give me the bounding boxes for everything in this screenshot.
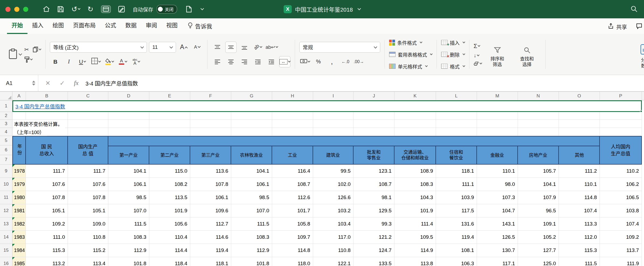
- value-cell[interactable]: 114.8: [559, 191, 600, 204]
- value-cell[interactable]: 116.4: [272, 165, 313, 178]
- empty-cell[interactable]: [518, 120, 559, 128]
- row-header-13[interactable]: 13: [0, 217, 12, 231]
- value-cell[interactable]: 126.5: [477, 231, 518, 244]
- row-header-4[interactable]: 4: [0, 128, 12, 136]
- value-cell[interactable]: 103.9: [436, 191, 477, 204]
- align-bottom-button[interactable]: [239, 42, 250, 53]
- value-cell[interactable]: 102.0: [313, 178, 354, 191]
- value-cell[interactable]: 107.8: [190, 178, 231, 191]
- ribbon-tab-页面布局[interactable]: 页面布局: [68, 21, 100, 34]
- value-cell[interactable]: 105.7: [518, 165, 559, 178]
- home-icon[interactable]: [43, 6, 50, 12]
- value-cell[interactable]: 107.0: [231, 204, 272, 217]
- value-cell[interactable]: 96.5: [518, 204, 559, 217]
- bold-button[interactable]: B: [50, 56, 61, 67]
- close-window-button[interactable]: [5, 7, 11, 12]
- comma-format-button[interactable]: ,: [326, 56, 338, 67]
- toolbar-more-chevron-icon[interactable]: [200, 7, 204, 10]
- value-cell[interactable]: 106.1: [190, 191, 231, 204]
- value-cell[interactable]: 107.6: [68, 178, 108, 191]
- align-center-button[interactable]: [225, 56, 237, 67]
- value-cell[interactable]: 111.7: [26, 165, 68, 178]
- cut-button[interactable]: ✂: [24, 46, 29, 53]
- empty-cell[interactable]: [354, 120, 394, 128]
- value-cell[interactable]: 115.3: [559, 244, 600, 257]
- find-select-button[interactable]: 查找和 选择: [513, 36, 541, 73]
- merge-center-button[interactable]: ↔: [279, 56, 290, 67]
- align-top-button[interactable]: [212, 42, 223, 53]
- value-cell[interactable]: 99.5: [313, 165, 354, 178]
- value-cell[interactable]: 110.1: [477, 165, 518, 178]
- row-header-14[interactable]: 14: [0, 231, 12, 244]
- empty-cell[interactable]: [68, 120, 108, 128]
- empty-cell[interactable]: [190, 112, 231, 120]
- value-cell[interactable]: 108.3: [231, 231, 272, 244]
- percent-format-button[interactable]: %: [313, 56, 324, 67]
- cell-styles-button[interactable]: 单元格样式: [389, 61, 432, 72]
- value-cell[interactable]: 111.0: [26, 231, 68, 244]
- empty-cell[interactable]: [436, 128, 477, 136]
- header-industry-label[interactable]: 第三产业: [190, 146, 231, 164]
- value-cell[interactable]: 101.9: [149, 204, 190, 217]
- value-cell[interactable]: 108.3: [108, 231, 149, 244]
- value-cell[interactable]: 122.1: [313, 257, 354, 266]
- value-cell[interactable]: 111.1: [436, 178, 477, 191]
- value-cell[interactable]: 117.5: [436, 204, 477, 217]
- value-cell[interactable]: 114.9: [394, 244, 436, 257]
- insert-cells-button[interactable]: + 插入: [441, 37, 465, 48]
- value-cell[interactable]: 112.9: [108, 244, 149, 257]
- empty-cell[interactable]: [559, 120, 600, 128]
- cancel-icon[interactable]: ✕: [45, 80, 50, 87]
- empty-cell[interactable]: [272, 120, 313, 128]
- font-size-select[interactable]: 11: [149, 42, 176, 53]
- row-header-3[interactable]: 3: [0, 120, 12, 128]
- sheet-title-link[interactable]: 3-4 国内生产总值指数: [15, 103, 65, 110]
- column-header-J[interactable]: J: [354, 92, 394, 100]
- empty-cell[interactable]: [600, 128, 642, 136]
- ribbon-tab-开始[interactable]: 开始: [7, 21, 27, 34]
- value-cell[interactable]: 107.8: [68, 191, 108, 204]
- value-cell[interactable]: 107.9: [518, 191, 559, 204]
- value-cell[interactable]: 121.2: [354, 231, 394, 244]
- value-cell[interactable]: 101.8: [108, 257, 149, 266]
- value-cell[interactable]: 98.5: [231, 191, 272, 204]
- value-cell[interactable]: 106.3: [436, 257, 477, 266]
- header-gni[interactable]: 国 民 总收入: [26, 136, 68, 165]
- value-cell[interactable]: 109.6: [190, 204, 231, 217]
- decrease-decimal-button[interactable]: .00→: [353, 56, 365, 67]
- wrap-text-button[interactable]: ab↩: [266, 42, 278, 53]
- value-cell[interactable]: 118.0: [272, 257, 313, 266]
- year-cell-1982[interactable]: 1982: [12, 217, 26, 231]
- row-header-2[interactable]: 2: [0, 112, 12, 120]
- header-industry-label[interactable]: 其他: [559, 146, 600, 164]
- ribbon-tab-公式[interactable]: 公式: [100, 21, 121, 34]
- value-cell[interactable]: 107.0: [108, 204, 149, 217]
- column-header-M[interactable]: M: [477, 92, 518, 100]
- year-cell-1981[interactable]: 1981: [12, 204, 26, 217]
- empty-cell[interactable]: [436, 112, 477, 120]
- empty-cell[interactable]: [394, 112, 436, 120]
- value-cell[interactable]: 143.1: [477, 217, 518, 231]
- value-cell[interactable]: 123.1: [354, 165, 394, 178]
- column-header-I[interactable]: I: [313, 92, 354, 100]
- column-header-E[interactable]: E: [149, 92, 190, 100]
- value-cell[interactable]: 109.2: [600, 231, 642, 244]
- empty-cell[interactable]: [477, 112, 518, 120]
- value-cell[interactable]: 108.3: [394, 178, 436, 191]
- empty-cell[interactable]: [108, 128, 149, 136]
- empty-cell[interactable]: [272, 128, 313, 136]
- number-format-select[interactable]: 常规: [299, 42, 380, 53]
- empty-cell[interactable]: [108, 120, 149, 128]
- undo-icon[interactable]: ↺: [71, 5, 80, 13]
- value-cell[interactable]: 98.1: [354, 191, 394, 204]
- value-cell[interactable]: 110.8: [313, 244, 354, 257]
- value-cell[interactable]: 110.1: [559, 178, 600, 191]
- value-cell[interactable]: 98.5: [108, 191, 149, 204]
- column-header-K[interactable]: K: [394, 92, 436, 100]
- font-name-select[interactable]: 等线 (正文): [50, 42, 147, 53]
- header-industry-label[interactable]: 交通运输、 仓储和邮政业: [394, 146, 436, 164]
- value-cell[interactable]: 114.4: [149, 244, 190, 257]
- row-header-6[interactable]: 6: [0, 145, 12, 155]
- empty-cell[interactable]: [108, 112, 149, 120]
- ribbon-tab-数据[interactable]: 数据: [121, 21, 141, 34]
